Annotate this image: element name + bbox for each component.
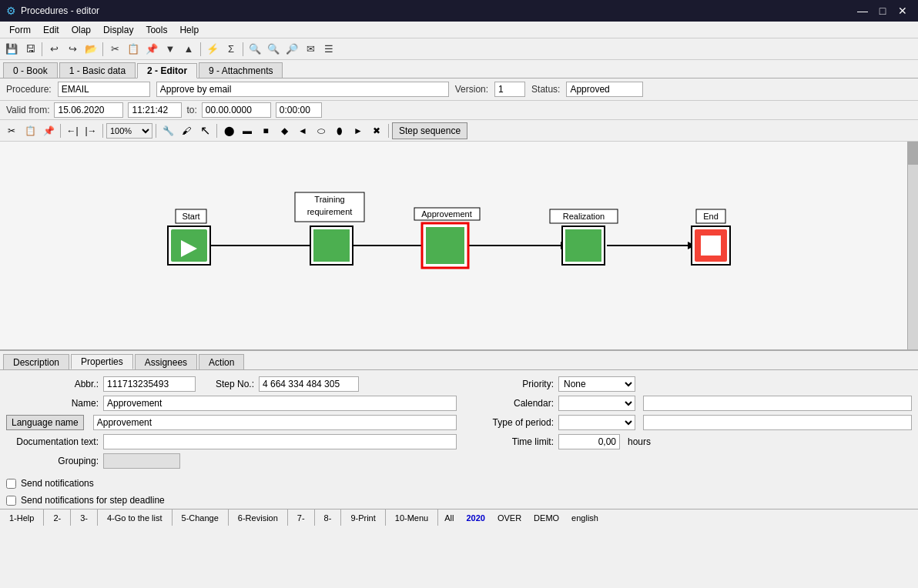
- status-menu[interactable]: 10-Menu: [386, 509, 438, 526]
- calendar-extra-input[interactable]: [643, 396, 912, 411]
- abbr-row: Abbr.: Step No.:: [6, 376, 457, 392]
- status-print[interactable]: 9-Print: [341, 509, 385, 526]
- doc-text-input[interactable]: [103, 434, 457, 449]
- tab-description[interactable]: Description: [3, 354, 69, 369]
- abbr-input[interactable]: [103, 376, 196, 392]
- shape-oval2-btn[interactable]: ⬮: [331, 122, 348, 139]
- toolbar-arrow-up-btn[interactable]: ▲: [180, 41, 197, 58]
- menu-edit[interactable]: Edit: [37, 23, 65, 37]
- type-period-extra-input[interactable]: [643, 415, 912, 430]
- menu-form[interactable]: Form: [3, 23, 37, 37]
- shape-circle-btn[interactable]: ⬤: [220, 122, 237, 139]
- status-change[interactable]: 5-Change: [173, 509, 229, 526]
- toolbar-search2-btn[interactable]: 🔍: [265, 41, 282, 58]
- version-input[interactable]: [494, 82, 525, 97]
- scrollbar-thumb[interactable]: [908, 142, 918, 165]
- type-period-select[interactable]: [558, 415, 635, 430]
- toolbar-arrow-down-btn[interactable]: ▼: [162, 41, 179, 58]
- step-sequence-btn[interactable]: Step sequence: [392, 122, 467, 139]
- toolbar-paste-btn[interactable]: 📌: [143, 41, 160, 58]
- toolbar-sum-btn[interactable]: Σ: [223, 41, 240, 58]
- toolbar-undo-btn[interactable]: ↩: [45, 41, 62, 58]
- to-date-input[interactable]: [202, 102, 271, 118]
- shape-cross-btn[interactable]: ✖: [368, 122, 385, 139]
- tool-cursor-btn[interactable]: ↖: [196, 122, 213, 139]
- status-go-to-list[interactable]: 4-Go to the list: [98, 509, 173, 526]
- language-name-input[interactable]: [93, 415, 457, 430]
- calendar-select[interactable]: [558, 396, 635, 411]
- doc-text-row: Documentation text:: [6, 434, 457, 449]
- send-notifications-label: Send notifications: [21, 478, 94, 489]
- valid-from-time-input[interactable]: [128, 102, 182, 118]
- tool-paint-btn[interactable]: 🖌: [178, 122, 195, 139]
- toolbar-save2-btn[interactable]: 🖫: [22, 41, 39, 58]
- status-all: All: [444, 513, 454, 523]
- zoom-select[interactable]: 100% 75% 50% 150%: [106, 123, 152, 139]
- shape-diamond-btn[interactable]: ◆: [276, 122, 293, 139]
- tab-properties[interactable]: Properties: [71, 354, 133, 369]
- start-label-text: Start: [182, 212, 199, 221]
- close-button[interactable]: ✕: [893, 3, 912, 18]
- toolbar-sep-4: [243, 42, 243, 56]
- status-2[interactable]: 2-: [44, 509, 71, 526]
- tab-action[interactable]: Action: [199, 354, 244, 369]
- menu-tools[interactable]: Tools: [139, 23, 173, 37]
- grouping-input[interactable]: [103, 453, 180, 469]
- status-revision[interactable]: 6-Revision: [229, 509, 288, 526]
- editor-sep-2: [102, 124, 103, 138]
- status-8[interactable]: 8-: [315, 509, 342, 526]
- toolbar-search1-btn[interactable]: 🔍: [246, 41, 263, 58]
- shape-arrow-right-btn[interactable]: ►: [350, 122, 367, 139]
- shape-rect-btn[interactable]: ▬: [239, 122, 256, 139]
- tool-select-btn[interactable]: 🔧: [159, 122, 176, 139]
- tab-attachments[interactable]: 9 - Attachments: [199, 62, 283, 78]
- procedure-name-input[interactable]: [156, 82, 449, 97]
- toolbar-cut-btn[interactable]: ✂: [106, 41, 123, 58]
- title-bar-controls: — □ ✕: [853, 3, 912, 18]
- grouping-label: Grouping:: [6, 456, 99, 466]
- shape-arrow-left-btn[interactable]: ◄: [294, 122, 311, 139]
- back-btn[interactable]: ←|: [64, 122, 81, 139]
- status-input[interactable]: [566, 82, 643, 97]
- copy-btn[interactable]: 📋: [22, 122, 39, 139]
- language-name-btn[interactable]: Language name: [6, 415, 84, 430]
- priority-select[interactable]: None Low Medium High: [558, 376, 635, 392]
- send-notifications-deadline-checkbox[interactable]: [6, 496, 16, 506]
- status-help[interactable]: 1-Help: [0, 509, 44, 526]
- toolbar-list-btn[interactable]: ☰: [320, 41, 337, 58]
- toolbar-copy-btn[interactable]: 📋: [125, 41, 142, 58]
- toolbar-filter-btn[interactable]: ⚡: [204, 41, 221, 58]
- status-3[interactable]: 3-: [71, 509, 98, 526]
- toolbar-redo-btn[interactable]: ↪: [64, 41, 81, 58]
- minimize-button[interactable]: —: [853, 3, 872, 18]
- toolbar-save-btn[interactable]: 💾: [3, 41, 20, 58]
- tab-book[interactable]: 0 - Book: [3, 62, 58, 78]
- menu-help[interactable]: Help: [173, 23, 205, 37]
- toolbar-search3-btn[interactable]: 🔎: [283, 41, 300, 58]
- step-no-input[interactable]: [259, 376, 359, 392]
- toolbar-email-btn[interactable]: ✉: [302, 41, 319, 58]
- send-notifications-checkbox[interactable]: [6, 479, 16, 489]
- forward-btn[interactable]: |→: [82, 122, 99, 139]
- tab-basic-data[interactable]: 1 - Basic data: [59, 62, 136, 78]
- name-input[interactable]: [103, 396, 457, 411]
- title-bar: ⚙ Procedures - editor — □ ✕: [0, 0, 918, 22]
- paste-btn[interactable]: 📌: [40, 122, 57, 139]
- menu-display[interactable]: Display: [97, 23, 139, 37]
- shape-rect2-btn[interactable]: ■: [257, 122, 274, 139]
- to-time-input[interactable]: [276, 102, 322, 118]
- time-limit-label: Time limit:: [461, 436, 554, 447]
- shape-oval-btn[interactable]: ⬭: [313, 122, 330, 139]
- vertical-scrollbar[interactable]: [907, 142, 918, 349]
- menu-olap[interactable]: Olap: [65, 23, 97, 37]
- cut-btn[interactable]: ✂: [3, 122, 20, 139]
- valid-from-date-input[interactable]: [54, 102, 123, 118]
- status-7[interactable]: 7-: [288, 509, 315, 526]
- tab-editor[interactable]: 2 - Editor: [137, 63, 197, 79]
- menu-bar: Form Edit Olap Display Tools Help: [0, 22, 918, 38]
- time-limit-input[interactable]: [558, 434, 620, 449]
- maximize-button[interactable]: □: [873, 3, 892, 18]
- tab-assignees[interactable]: Assignees: [135, 354, 197, 369]
- procedure-code-input[interactable]: [58, 82, 150, 97]
- toolbar-open-btn[interactable]: 📂: [82, 41, 99, 58]
